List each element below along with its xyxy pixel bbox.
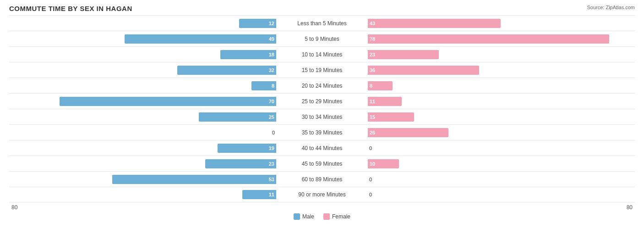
axis-left-label: 80 — [9, 204, 279, 211]
male-bar-section: 23 — [9, 156, 276, 171]
chart-row: 1810 to 14 Minutes23 — [9, 46, 635, 62]
legend-female-box — [323, 213, 330, 220]
female-bar-section: 36 — [368, 62, 635, 78]
legend-male-label: Male — [302, 213, 314, 220]
chart-row: 7025 to 29 Minutes11 — [9, 93, 635, 109]
female-value: 36 — [368, 67, 375, 73]
male-bar: 18 — [220, 50, 276, 59]
male-bar-section: 8 — [9, 78, 276, 93]
female-bar-section: 43 — [368, 16, 635, 31]
axis-right-label: 80 — [365, 204, 635, 211]
male-bar-section: 12 — [9, 16, 276, 31]
female-bar-section: 78 — [368, 31, 635, 46]
male-value: 32 — [269, 67, 276, 73]
chart-row: 1190 or more Minutes0 — [9, 187, 635, 202]
row-label: 25 to 29 Minutes — [276, 98, 368, 105]
row-label: 90 or more Minutes — [276, 191, 368, 198]
chart-row: 2530 to 34 Minutes15 — [9, 109, 635, 124]
chart-title: COMMUTE TIME BY SEX IN HAGAN — [9, 5, 132, 12]
chart-row: 12Less than 5 Minutes43 — [9, 15, 635, 31]
row-label: 5 to 9 Minutes — [276, 36, 368, 42]
female-bar: 26 — [368, 128, 448, 137]
chart-row: 2345 to 59 Minutes10 — [9, 156, 635, 171]
male-bar-section: 19 — [9, 140, 276, 156]
chart-area: 12Less than 5 Minutes43495 to 9 Minutes7… — [9, 15, 635, 202]
male-bar-section: 18 — [9, 47, 276, 62]
male-value: 18 — [269, 52, 276, 57]
row-label: Less than 5 Minutes — [276, 20, 368, 27]
male-bar: 49 — [125, 34, 276, 44]
female-bar: 10 — [368, 159, 399, 168]
legend-male-box — [294, 213, 300, 220]
male-bar-section: 53 — [9, 172, 276, 187]
female-bar-section: 11 — [368, 94, 635, 109]
male-value: 49 — [269, 36, 276, 42]
female-value: 0 — [369, 192, 372, 197]
female-bar: 15 — [368, 112, 414, 122]
female-value: 0 — [369, 177, 372, 182]
male-bar-section: 11 — [9, 187, 276, 202]
row-label: 30 to 34 Minutes — [276, 114, 368, 120]
female-bar: 36 — [368, 66, 479, 75]
female-value: 26 — [368, 130, 375, 135]
male-bar-section: 0 — [9, 125, 276, 140]
male-bar: 53 — [112, 175, 276, 184]
row-label: 15 to 19 Minutes — [276, 67, 368, 73]
chart-row: 5360 to 89 Minutes0 — [9, 171, 635, 187]
chart-row: 035 to 39 Minutes26 — [9, 124, 635, 140]
male-value: 25 — [269, 114, 276, 120]
male-value: 0 — [272, 130, 275, 135]
female-value: 10 — [368, 161, 375, 167]
female-bar-section: 15 — [368, 109, 635, 124]
female-bar: 43 — [368, 19, 501, 28]
female-bar: 8 — [368, 81, 393, 90]
row-label: 45 to 59 Minutes — [276, 161, 368, 167]
male-value: 11 — [269, 192, 276, 197]
legend-female-label: Female — [332, 213, 350, 220]
male-bar: 8 — [251, 81, 276, 90]
chart-row: 820 to 24 Minutes8 — [9, 78, 635, 93]
male-bar-section: 25 — [9, 109, 276, 124]
male-bar: 19 — [218, 144, 276, 153]
chart-row: 1940 to 44 Minutes0 — [9, 140, 635, 156]
male-bar-section: 70 — [9, 94, 276, 109]
female-bar: 23 — [368, 50, 439, 59]
male-bar: 23 — [205, 159, 276, 168]
female-value: 15 — [368, 114, 375, 120]
chart-row: 3215 to 19 Minutes36 — [9, 62, 635, 78]
female-bar-section: 0 — [368, 140, 635, 156]
female-bar-section: 10 — [368, 156, 635, 171]
legend-male: Male — [294, 213, 314, 220]
chart-container: COMMUTE TIME BY SEX IN HAGAN Source: Zip… — [9, 5, 635, 220]
female-bar: 78 — [368, 34, 609, 44]
row-label: 40 to 44 Minutes — [276, 145, 368, 151]
male-bar: 25 — [199, 112, 276, 122]
female-bar-section: 0 — [368, 172, 635, 187]
female-bar-section: 8 — [368, 78, 635, 93]
legend: Male Female — [9, 213, 635, 220]
legend-female: Female — [323, 213, 350, 220]
row-label: 60 to 89 Minutes — [276, 176, 368, 183]
female-value: 78 — [368, 36, 375, 42]
male-bar: 12 — [239, 19, 276, 28]
row-label: 20 to 24 Minutes — [276, 83, 368, 89]
male-value: 8 — [272, 83, 276, 89]
female-value: 8 — [368, 83, 372, 89]
female-bar-section: 23 — [368, 47, 635, 62]
male-value: 19 — [269, 145, 276, 151]
male-value: 70 — [269, 99, 276, 104]
male-value: 53 — [269, 177, 276, 182]
male-bar-section: 49 — [9, 31, 276, 46]
male-bar: 11 — [242, 190, 276, 199]
source-label: Source: ZipAtlas.com — [587, 5, 635, 10]
female-value: 11 — [368, 99, 375, 104]
row-label: 10 to 14 Minutes — [276, 51, 368, 58]
female-bar-section: 26 — [368, 125, 635, 140]
female-value: 43 — [368, 21, 375, 26]
male-bar-section: 32 — [9, 62, 276, 78]
male-bar: 70 — [60, 97, 276, 106]
female-value: 23 — [368, 52, 375, 57]
chart-row: 495 to 9 Minutes78 — [9, 31, 635, 46]
row-label: 35 to 39 Minutes — [276, 129, 368, 136]
female-bar-section: 0 — [368, 187, 635, 202]
